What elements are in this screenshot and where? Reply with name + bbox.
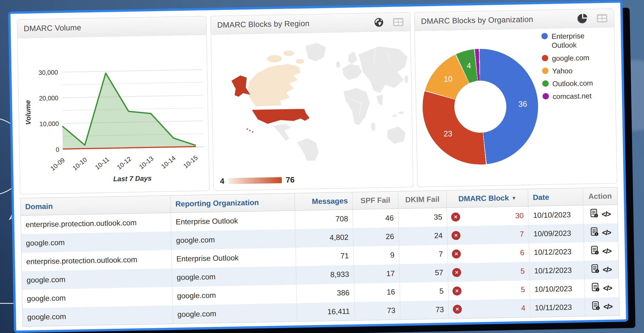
svg-text:0: 0 (56, 146, 59, 153)
legend-item: Yahoo (542, 66, 607, 76)
legend-swatch (542, 67, 548, 74)
col-date[interactable]: Date (528, 188, 583, 206)
svg-text:i: i (597, 251, 598, 254)
col-domain[interactable]: Domain (20, 195, 171, 216)
svg-text:10-14: 10-14 (160, 154, 177, 170)
world-map (230, 41, 410, 162)
report-details-icon[interactable]: i (591, 246, 599, 257)
svg-text:10-13: 10-13 (138, 155, 155, 171)
map-united-states (252, 109, 310, 124)
table-icon[interactable] (393, 17, 404, 26)
legend-item: comcast.net (542, 91, 608, 101)
col-spf-fail[interactable]: SPF Fail (352, 191, 398, 210)
report-details-icon[interactable]: i (592, 283, 600, 294)
legend-min: 4 (220, 177, 225, 186)
xml-code-icon[interactable]: </> (603, 302, 612, 311)
report-details-icon[interactable]: i (591, 264, 600, 275)
col-messages[interactable]: Messages (295, 192, 353, 211)
map-australia (387, 126, 406, 144)
org-donut-chart: 36 23 10 4 Enterprise Outlook google.com… (415, 27, 617, 187)
map-alaska (231, 75, 251, 97)
slice-value: 4 (467, 61, 471, 70)
svg-text:10-09: 10-09 (49, 156, 66, 172)
svg-text:30,000: 30,000 (38, 69, 58, 76)
panel-blocks-by-region: DMARC Blocks by Region (210, 12, 413, 191)
legend-item: Enterprise Outlook (541, 31, 607, 50)
report-details-icon[interactable]: i (592, 301, 600, 312)
dmarc-dashboard: DMARC Volume (8, 0, 628, 333)
donut-legend: Enterprise Outlook google.com Yahoo Outl… (541, 31, 608, 105)
svg-text:20,000: 20,000 (39, 95, 59, 102)
legend-item: Outlook.com (542, 78, 608, 88)
map-south-america (297, 138, 319, 163)
svg-text:10,000: 10,000 (39, 120, 59, 127)
volume-chart: 0 10,000 20,000 30,000 10-09 10-10 10-11… (18, 35, 209, 194)
sort-desc-icon: ▼ (511, 195, 516, 201)
svg-text:10-12: 10-12 (116, 155, 133, 171)
xml-code-icon[interactable]: </> (603, 265, 612, 274)
y-axis-label: Volume (24, 100, 32, 125)
legend-swatch (541, 33, 548, 39)
col-dmarc-block[interactable]: DMARC Block▼ (446, 189, 528, 208)
panel-title: DMARC Blocks by Organization (421, 15, 533, 26)
map-africa (343, 88, 371, 126)
region-map: 4 76 (211, 31, 413, 190)
xml-code-icon[interactable]: </> (602, 210, 611, 219)
panel-title: DMARC Volume (24, 23, 81, 33)
globe-icon[interactable] (374, 17, 384, 28)
panel-dmarc-volume: DMARC Volume (17, 16, 210, 194)
dmarc-report-table: Domain Reporting Organization Messages S… (20, 187, 620, 327)
col-dkim-fail[interactable]: DKIM Fail (398, 190, 447, 209)
slice-value: 36 (518, 100, 527, 109)
xml-code-icon[interactable]: </> (602, 228, 611, 237)
report-details-icon[interactable]: i (590, 209, 598, 220)
svg-text:10-10: 10-10 (71, 156, 88, 172)
svg-text:i: i (597, 269, 598, 273)
legend-swatch (542, 80, 549, 87)
xml-code-icon[interactable]: </> (602, 247, 611, 256)
map-mexico (272, 124, 291, 142)
map-greenland (305, 42, 326, 62)
legend-swatch (542, 93, 549, 99)
slide-background: DMARC Volume (0, 0, 644, 333)
x-axis-label: Last 7 Days (113, 174, 152, 183)
svg-text:i: i (597, 288, 598, 291)
col-action: Action (583, 187, 617, 205)
col-reporting-organization[interactable]: Reporting Organization (170, 193, 295, 213)
svg-text:10-15: 10-15 (182, 154, 199, 170)
legend-max: 76 (286, 175, 295, 185)
xml-code-icon[interactable]: </> (603, 284, 612, 293)
slice-value: 23 (444, 129, 453, 138)
report-details-icon[interactable]: i (591, 227, 599, 238)
pie-chart-icon[interactable] (577, 13, 588, 24)
legend-item: google.com (542, 53, 607, 63)
map-europe (342, 64, 362, 80)
svg-text:i: i (598, 306, 598, 310)
x-axis-ticks: 10-09 10-10 10-11 10-12 10-13 10-14 10-1… (49, 154, 199, 172)
svg-text:i: i (596, 232, 597, 236)
svg-text:i: i (596, 214, 597, 217)
map-canada (246, 64, 301, 107)
svg-text:10-11: 10-11 (94, 156, 111, 171)
map-color-legend: 4 76 (220, 175, 295, 186)
legend-gradient-bar (228, 177, 282, 184)
panel-header: DMARC Volume (17, 16, 206, 38)
legend-swatch (542, 55, 548, 61)
panel-blocks-by-organization: DMARC Blocks by Organization (414, 9, 617, 187)
map-asia (358, 46, 408, 93)
slice-value: 10 (444, 75, 453, 84)
panel-title: DMARC Blocks by Region (217, 19, 310, 30)
y-axis-ticks: 0 10,000 20,000 30,000 (38, 69, 59, 153)
table-icon[interactable] (596, 14, 608, 23)
